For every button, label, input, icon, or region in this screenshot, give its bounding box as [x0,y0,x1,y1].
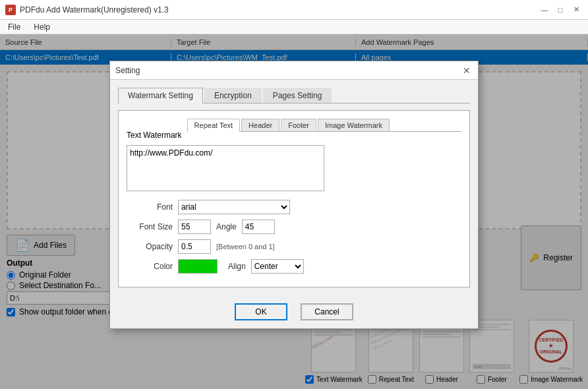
font-row: Font arial [127,200,461,214]
font-size-input[interactable] [178,220,211,234]
inner-tab-repeat-text[interactable]: Repeat Text [187,119,241,132]
menu-help[interactable]: Help [31,21,53,33]
inner-header-row: Text Watermark Repeat Text Header Footer… [127,119,461,140]
modal-title: Setting [115,66,140,75]
watermark-text-area-wrap: http://www.PDFdu.com/ [127,145,461,193]
modal-body: Watermark Setting Encryption Pages Setti… [110,80,478,295]
ok-button[interactable]: OK [235,303,287,320]
modal-inner-content: Text Watermark Repeat Text Header Footer… [118,110,470,287]
title-buttons: — □ ✕ [538,4,583,16]
color-swatch[interactable] [178,259,218,274]
title-bar-left: P PDFdu Add Watermark(Unregistered) v1.3 [5,5,169,15]
outer-tabs: Watermark Setting Encryption Pages Setti… [118,88,470,104]
opacity-input[interactable] [178,239,211,254]
inner-tab-footer[interactable]: Footer [281,119,316,131]
font-label: Font [127,202,173,212]
inner-tab-image-watermark[interactable]: Image Watermark [318,119,390,131]
app-icon: P [5,5,16,15]
tab-encryption[interactable]: Encryption [204,88,262,103]
setting-modal: Setting ✕ Watermark Setting Encryption P… [109,61,479,329]
angle-label: Angle [216,222,237,231]
minimize-button[interactable]: — [538,4,551,16]
modal-close-button[interactable]: ✕ [461,65,473,76]
opacity-row: Opacity [Between 0 and 1] [127,239,461,254]
align-select[interactable]: Center Left Right [251,259,304,274]
main-content: Source File Target File Add Watermark Pa… [0,34,588,389]
app-title: PDFdu Add Watermark(Unregistered) v1.3 [20,5,169,15]
maximize-button[interactable]: □ [554,4,567,16]
modal-overlay: Setting ✕ Watermark Setting Encryption P… [0,34,588,389]
watermark-textarea[interactable]: http://www.PDFdu.com/ [127,145,324,191]
menu-file[interactable]: File [5,21,23,33]
font-size-label: Font Size [127,222,173,231]
close-button[interactable]: ✕ [570,4,583,16]
cancel-button[interactable]: Cancel [301,303,353,320]
color-label: Color [127,262,173,271]
opacity-label: Opacity [127,242,173,251]
inner-tab-header[interactable]: Header [241,119,279,131]
between-text: [Between 0 and 1] [216,243,275,251]
align-label: Align [228,262,246,271]
font-size-angle-row: Font Size Angle [127,220,461,234]
menu-bar: File Help [0,20,588,34]
tab-watermark-setting[interactable]: Watermark Setting [118,88,203,104]
modal-footer: OK Cancel [110,295,478,328]
modal-title-bar: Setting ✕ [110,61,478,80]
inner-tabs: Repeat Text Header Footer Image Watermar… [187,119,461,132]
color-align-row: Color Align Center Left Right [127,259,461,274]
text-watermark-label: Text Watermark [127,131,182,140]
title-bar: P PDFdu Add Watermark(Unregistered) v1.3… [0,0,588,20]
angle-input[interactable] [242,220,275,234]
tab-pages-setting[interactable]: Pages Setting [263,88,332,103]
font-select[interactable]: arial [178,200,290,214]
